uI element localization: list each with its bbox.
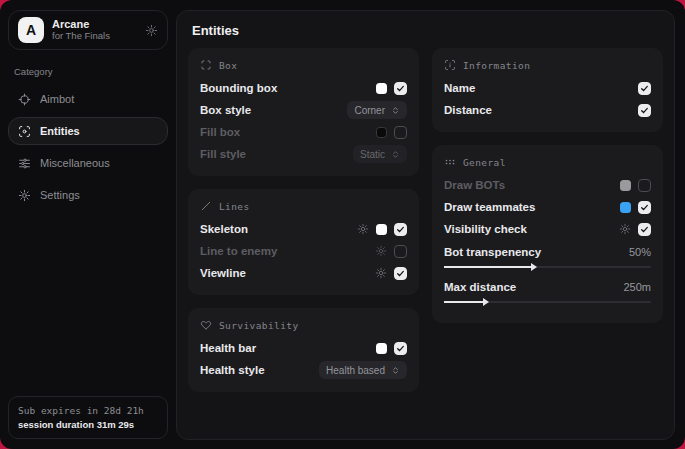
box-corners-icon <box>200 59 212 71</box>
color-swatch[interactable] <box>620 180 631 191</box>
sliders-icon <box>18 157 31 170</box>
sidebar-item-aimbot[interactable]: Aimbot <box>8 85 168 113</box>
session-duration-text: session duration 31m 29s <box>18 419 158 430</box>
check-icon <box>640 84 649 93</box>
setting-row: Health bar <box>200 337 407 359</box>
color-swatch[interactable] <box>376 224 387 235</box>
sidebar-item-label: Settings <box>40 189 80 201</box>
check-icon <box>396 84 405 93</box>
lines-card: Lines Skeleton Line to enemy <box>188 189 419 295</box>
box-card: Box Bounding box Box style Corner <box>188 48 419 176</box>
sub-expires-text: Sub expires in 28d 21h <box>18 405 158 416</box>
check-icon <box>640 106 649 115</box>
health-style-dropdown[interactable]: Health based <box>319 361 407 379</box>
gear-icon[interactable] <box>145 24 158 37</box>
scan-eye-icon <box>18 125 31 138</box>
color-swatch[interactable] <box>376 343 387 354</box>
box-style-dropdown[interactable]: Corner <box>347 101 407 119</box>
gear-icon[interactable] <box>375 245 387 257</box>
information-card: Information Name Distance <box>432 48 663 132</box>
color-swatch[interactable] <box>376 83 387 94</box>
main-panel: Entities Box Bounding box <box>176 10 675 440</box>
bot-transparency-slider-group: Bot transpenency 50% <box>444 242 651 268</box>
check-icon <box>640 225 649 234</box>
draw-bots-checkbox[interactable] <box>638 179 651 192</box>
slider-value: 50% <box>629 246 651 258</box>
card-title: Survivability <box>219 320 299 331</box>
setting-row: Health style Health based <box>200 359 407 381</box>
check-icon <box>396 269 405 278</box>
skeleton-checkbox[interactable] <box>394 223 407 236</box>
line-to-enemy-checkbox[interactable] <box>394 245 407 258</box>
color-swatch[interactable] <box>376 127 387 138</box>
setting-row: Visibility check <box>444 218 651 240</box>
chevrons-up-down-icon <box>391 366 400 375</box>
check-icon <box>640 203 649 212</box>
page-title: Entities <box>177 11 674 48</box>
slider-value: 250m <box>623 281 651 293</box>
setting-row: Draw teammates <box>444 196 651 218</box>
chevrons-up-down-icon <box>391 150 400 159</box>
setting-row: Box style Corner <box>200 99 407 121</box>
info-scan-icon <box>444 59 456 71</box>
setting-row: Line to enemy <box>200 240 407 262</box>
draw-teammates-checkbox[interactable] <box>638 201 651 214</box>
sidebar-item-label: Aimbot <box>40 93 74 105</box>
setting-row: Viewline <box>200 262 407 284</box>
setting-row: Fill style Static <box>200 143 407 165</box>
max-distance-slider[interactable] <box>444 301 651 303</box>
diagonal-line-icon <box>200 200 212 212</box>
sidebar-item-settings[interactable]: Settings <box>8 181 168 209</box>
gear-icon <box>18 189 31 202</box>
card-title: Lines <box>219 201 250 212</box>
general-card: General Draw BOTs Draw teammates <box>432 145 663 323</box>
health-bar-checkbox[interactable] <box>394 342 407 355</box>
subscription-card: Sub expires in 28d 21h session duration … <box>8 396 168 439</box>
app-window: A Arcane for The Finals Category Aimbot … <box>0 0 685 449</box>
check-icon <box>396 225 405 234</box>
app-logo: A <box>18 17 44 43</box>
name-checkbox[interactable] <box>638 82 651 95</box>
gear-icon[interactable] <box>619 223 631 235</box>
app-name: Arcane <box>52 18 137 31</box>
category-label: Category <box>14 66 162 77</box>
setting-row: Bounding box <box>200 77 407 99</box>
app-header-card: A Arcane for The Finals <box>8 10 168 50</box>
sidebar-item-label: Entities <box>40 125 80 137</box>
crosshair-icon <box>18 93 31 106</box>
setting-row: Draw BOTs <box>444 174 651 196</box>
card-title: General <box>463 157 506 168</box>
sidebar: A Arcane for The Finals Category Aimbot … <box>0 0 176 449</box>
cards-grid: Box Bounding box Box style Corner <box>177 48 674 392</box>
setting-row: Name <box>444 77 651 99</box>
gear-icon[interactable] <box>375 267 387 279</box>
sidebar-item-entities[interactable]: Entities <box>8 117 168 145</box>
sidebar-item-miscellaneous[interactable]: Miscellaneous <box>8 149 168 177</box>
app-subtitle: for The Finals <box>52 31 137 42</box>
slider-fill[interactable] <box>444 301 487 303</box>
heart-icon <box>200 319 212 331</box>
sidebar-item-label: Miscellaneous <box>40 157 110 169</box>
distance-checkbox[interactable] <box>638 104 651 117</box>
bounding-box-checkbox[interactable] <box>394 82 407 95</box>
sidebar-nav: Aimbot Entities Miscellaneous Settings <box>8 85 168 209</box>
gear-icon[interactable] <box>357 223 369 235</box>
slider-fill[interactable] <box>444 266 535 268</box>
setting-row: Distance <box>444 99 651 121</box>
max-distance-slider-group: Max distance 250m <box>444 277 651 303</box>
setting-row: Fill box <box>200 121 407 143</box>
card-title: Information <box>463 60 530 71</box>
setting-row: Skeleton <box>200 218 407 240</box>
grid-dots-icon <box>444 156 456 168</box>
chevrons-up-down-icon <box>391 106 400 115</box>
fill-box-checkbox[interactable] <box>394 126 407 139</box>
survivability-card: Survivability Health bar Health style He… <box>188 308 419 392</box>
visibility-check-checkbox[interactable] <box>638 223 651 236</box>
bot-transparency-slider[interactable] <box>444 266 651 268</box>
check-icon <box>396 344 405 353</box>
color-swatch[interactable] <box>620 202 631 213</box>
card-title: Box <box>219 60 237 71</box>
viewline-checkbox[interactable] <box>394 267 407 280</box>
fill-style-dropdown[interactable]: Static <box>353 145 407 163</box>
